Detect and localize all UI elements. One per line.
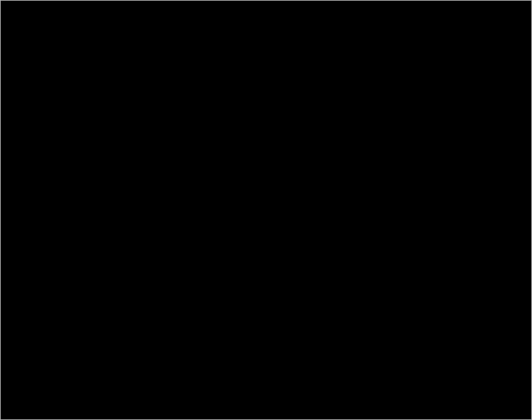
- info-panel: [421, 0, 532, 420]
- astrolog-window: [0, 0, 532, 420]
